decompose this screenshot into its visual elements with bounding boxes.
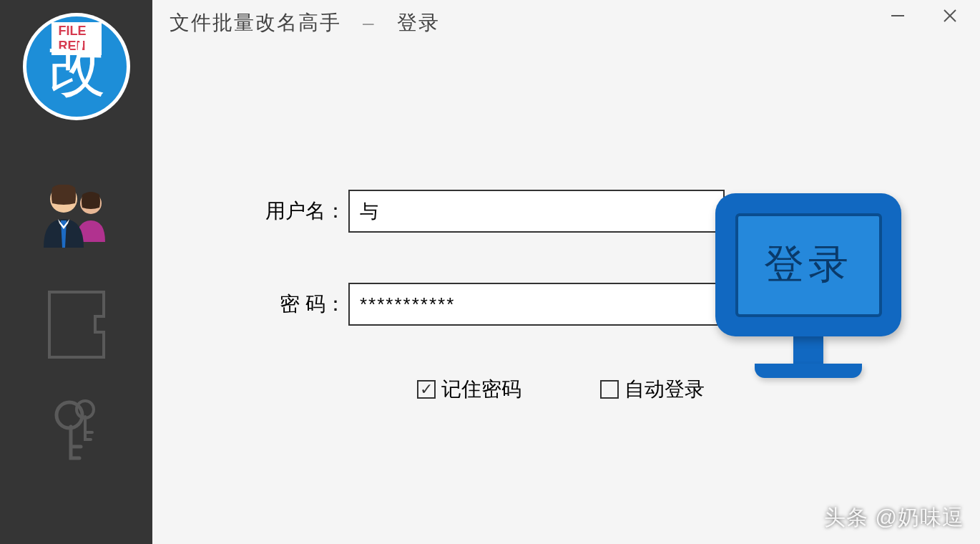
- password-row: 密 码：: [245, 283, 725, 326]
- password-input[interactable]: [348, 283, 725, 326]
- checkbox-row: ✓ 记住密码 自动登录: [417, 376, 725, 403]
- key-icon[interactable]: [48, 399, 105, 464]
- checkbox-unchecked-icon: [600, 380, 619, 399]
- users-icon[interactable]: [41, 185, 112, 249]
- monitor-icon: 登录: [715, 193, 901, 336]
- logo-character: 改: [47, 30, 106, 109]
- minimize-button[interactable]: [890, 8, 906, 24]
- title-separator: –: [363, 11, 376, 34]
- app-container: FILE REN 改: [0, 0, 980, 544]
- app-logo: FILE REN 改: [23, 13, 130, 120]
- password-label: 密 码：: [245, 291, 346, 318]
- login-form: 用户名： 密 码： ✓ 记住密码 自动登录: [245, 190, 725, 403]
- login-button[interactable]: 登录: [715, 193, 901, 387]
- username-input[interactable]: [348, 190, 725, 233]
- watermark: 头条 @奶味逗: [824, 503, 964, 533]
- login-button-label: 登录: [735, 213, 882, 317]
- remember-label: 记住密码: [441, 376, 521, 403]
- app-name: 文件批量改名高手: [170, 9, 341, 37]
- close-button[interactable]: [941, 7, 959, 24]
- username-label: 用户名：: [245, 198, 346, 225]
- sidebar: FILE REN 改: [0, 0, 152, 544]
- file-icon[interactable]: [44, 292, 109, 356]
- checkbox-checked-icon: ✓: [417, 380, 436, 399]
- username-row: 用户名：: [245, 190, 725, 233]
- window-controls: [890, 7, 959, 24]
- autologin-label: 自动登录: [624, 376, 705, 403]
- page-title: 登录: [397, 9, 440, 37]
- titlebar: 文件批量改名高手 – 登录: [152, 0, 980, 46]
- remember-password-checkbox[interactable]: ✓ 记住密码: [417, 376, 521, 403]
- main-area: 文件批量改名高手 – 登录 用户名： 密 码： ✓: [152, 0, 980, 544]
- user-primary-icon: [41, 185, 87, 248]
- auto-login-checkbox[interactable]: 自动登录: [600, 376, 705, 403]
